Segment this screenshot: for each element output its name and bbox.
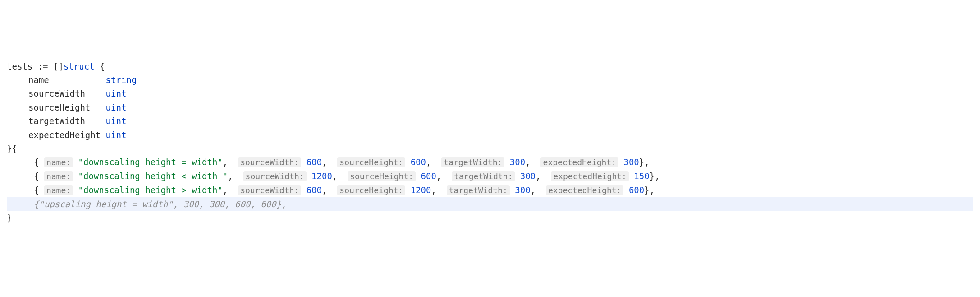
param-hint-sh: sourceHeight: [348,171,416,181]
string-value: "downscaling height > width" [78,185,223,195]
code-line-entry-0: { name: "downscaling height = width", so… [7,155,973,169]
struct-keyword: struct [64,61,95,71]
param-hint-eh: expectedHeight: [546,185,624,195]
field-name: name [28,75,49,85]
number-value: 600 [421,171,436,181]
string-value: "downscaling height < width " [78,171,228,181]
string-value: "downscaling height = width" [78,157,223,167]
param-hint-sh: sourceHeight: [337,185,405,195]
type-uint: uint [106,102,127,112]
var-tests: tests [7,61,32,71]
open-brace: { [100,61,105,71]
field-expectedheight: expectedHeight [28,130,101,140]
type-uint: uint [106,88,127,98]
code-line-field-eh: expectedHeight uint [7,128,973,142]
number-value: 1200 [311,171,332,181]
field-sourceheight: sourceHeight [28,102,90,112]
param-hint-name: name: [44,171,73,181]
param-hint-sw: sourceWidth: [243,171,307,181]
type-string: string [106,75,137,85]
param-hint-eh: expectedHeight: [540,157,618,167]
type-uint: uint [106,116,127,126]
type-uint: uint [106,130,127,140]
close-brace: } [7,213,12,223]
param-hint-tw: targetWidth: [452,171,515,181]
code-line-field-sw: sourceWidth uint [7,87,973,100]
decl-op: := [38,61,48,71]
number-value: 600 [307,185,322,195]
number-value: 150 [634,171,649,181]
number-value: 600 [307,157,322,167]
code-line-close: } [7,211,973,224]
number-value: 300 [515,185,530,195]
code-line-middle-braces: }{ [7,142,973,155]
number-value: 1200 [411,185,431,195]
number-value: 300 [623,157,639,167]
param-hint-name: name: [44,157,73,167]
param-hint-name: name: [44,185,73,195]
comment-text: {"upscaling height = width", 300, 300, 6… [34,199,287,209]
code-line-entry-2: { name: "downscaling height > width", so… [7,183,973,197]
param-hint-eh: expectedHeight: [551,171,629,181]
slice-op: [] [53,61,64,71]
code-line-field-name: name string [7,73,973,87]
param-hint-sw: sourceWidth: [238,157,301,167]
param-hint-sh: sourceHeight: [337,157,405,167]
param-hint-sw: sourceWidth: [238,185,301,195]
param-hint-tw: targetWidth: [441,157,504,167]
code-line-1: tests := []struct { [7,60,973,73]
code-editor[interactable]: tests := []struct {name stringsourceWidt… [7,60,973,225]
number-value: 300 [520,171,536,181]
field-targetwidth: targetWidth [28,116,85,126]
braces: }{ [7,144,17,153]
number-value: 300 [510,157,525,167]
field-sourcewidth: sourceWidth [28,88,85,98]
code-line-comment: {"upscaling height = width", 300, 300, 6… [7,197,973,211]
code-line-field-sh: sourceHeight uint [7,101,973,114]
code-line-field-tw: targetWidth uint [7,114,973,128]
number-value: 600 [411,157,426,167]
code-line-entry-1: { name: "downscaling height < width ", s… [7,169,973,183]
number-value: 600 [629,185,644,195]
param-hint-tw: targetWidth: [447,185,510,195]
